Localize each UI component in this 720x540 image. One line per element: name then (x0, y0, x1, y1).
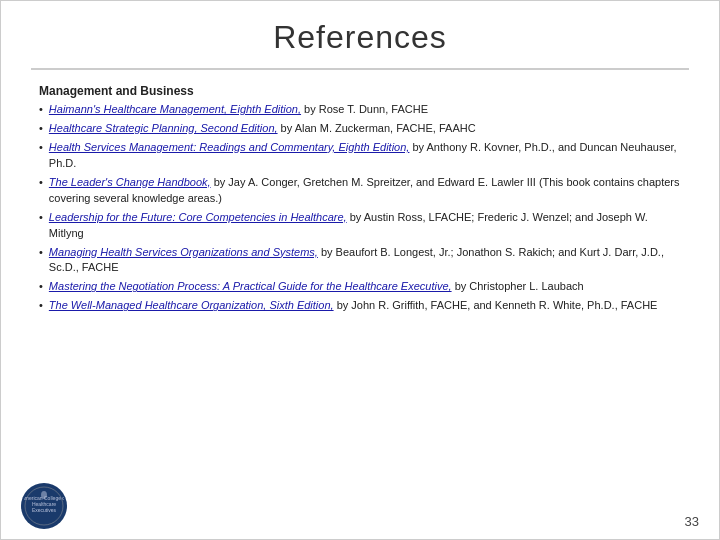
ache-logo: American College of Healthcare Executive… (21, 483, 67, 529)
list-item: • The Well-Managed Healthcare Organizati… (39, 298, 681, 314)
reference-text: The Well-Managed Healthcare Organization… (49, 298, 658, 314)
reference-link: Health Services Management: Readings and… (49, 141, 410, 153)
reference-link: Leadership for the Future: Core Competen… (49, 211, 347, 223)
reference-text: Health Services Management: Readings and… (49, 140, 681, 172)
page-title: References (51, 19, 669, 56)
svg-point-4 (41, 491, 47, 499)
references-list: • Haimann's Healthcare Management, Eight… (39, 102, 681, 314)
reference-normal: by Rose T. Dunn, FACHE (301, 103, 428, 115)
bullet-icon: • (39, 175, 43, 191)
list-item: • The Leader's Change Handbook, by Jay A… (39, 175, 681, 207)
reference-link: Haimann's Healthcare Management, Eighth … (49, 103, 301, 115)
logo-area: American College of Healthcare Executive… (21, 483, 73, 529)
reference-text: Managing Health Services Organizations a… (49, 245, 681, 277)
bullet-icon: • (39, 245, 43, 261)
header: References (31, 1, 689, 70)
reference-link: Managing Health Services Organizations a… (49, 246, 318, 258)
list-item: • Health Services Management: Readings a… (39, 140, 681, 172)
list-item: • Managing Health Services Organizations… (39, 245, 681, 277)
footer: American College of Healthcare Executive… (1, 483, 719, 529)
section-title: Management and Business (39, 84, 681, 98)
reference-link: The Leader's Change Handbook, (49, 176, 211, 188)
list-item: • Leadership for the Future: Core Compet… (39, 210, 681, 242)
logo-svg: American College of Healthcare Executive… (24, 486, 64, 526)
page: References Management and Business • Hai… (0, 0, 720, 540)
bullet-icon: • (39, 210, 43, 226)
reference-text: The Leader's Change Handbook, by Jay A. … (49, 175, 681, 207)
reference-text: Leadership for the Future: Core Competen… (49, 210, 681, 242)
reference-link: Mastering the Negotiation Process: A Pra… (49, 280, 452, 292)
list-item: • Haimann's Healthcare Management, Eight… (39, 102, 681, 118)
reference-text: Healthcare Strategic Planning, Second Ed… (49, 121, 476, 137)
reference-text: Mastering the Negotiation Process: A Pra… (49, 279, 584, 295)
bullet-icon: • (39, 102, 43, 118)
content-area: Management and Business • Haimann's Heal… (1, 70, 719, 327)
reference-normal: by Alan M. Zuckerman, FACHE, FAAHC (278, 122, 476, 134)
reference-link: The Well-Managed Healthcare Organization… (49, 299, 334, 311)
list-item: • Mastering the Negotiation Process: A P… (39, 279, 681, 295)
page-number: 33 (685, 514, 699, 529)
reference-link: Healthcare Strategic Planning, Second Ed… (49, 122, 278, 134)
reference-text: Haimann's Healthcare Management, Eighth … (49, 102, 428, 118)
bullet-icon: • (39, 279, 43, 295)
reference-normal: by Christopher L. Laubach (452, 280, 584, 292)
bullet-icon: • (39, 121, 43, 137)
list-item: • Healthcare Strategic Planning, Second … (39, 121, 681, 137)
bullet-icon: • (39, 298, 43, 314)
reference-normal: by John R. Griffith, FACHE, and Kenneth … (334, 299, 658, 311)
svg-text:Executives: Executives (32, 507, 57, 513)
bullet-icon: • (39, 140, 43, 156)
